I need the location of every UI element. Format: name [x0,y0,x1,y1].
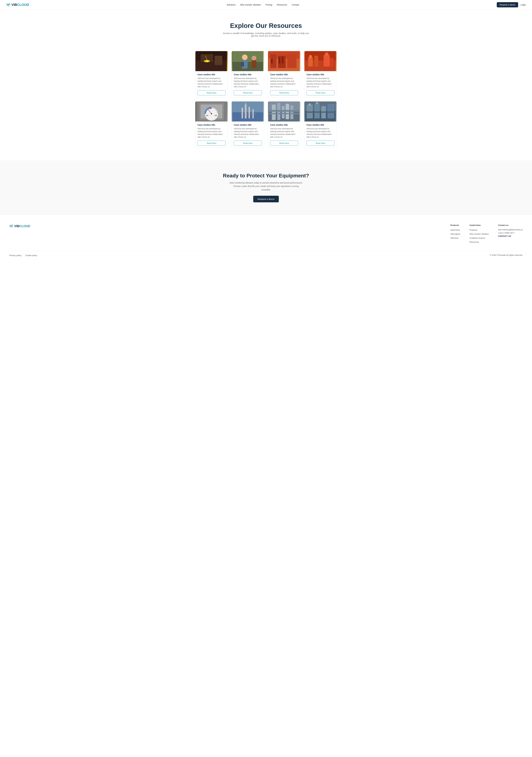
case-study-card-2: Case studies title VibCloud was develope… [231,51,264,98]
footer-useful-links: Useful links Features Why monitor vibrat… [469,224,489,245]
svg-rect-31 [330,58,334,67]
footer-features[interactable]: Features [469,229,477,231]
footer-privacy[interactable]: Privacy policy [9,254,21,257]
hero-subtitle: Access a wealth of knowledge, including … [223,32,309,37]
card-4-read-story[interactable]: Read story [307,90,335,95]
navbar-actions: Request a demo Login [497,2,526,7]
svg-rect-14 [252,60,256,68]
card-3-body: Case studies title VibCloud was develope… [268,71,300,98]
svg-rect-22 [279,57,280,63]
svg-rect-23 [282,56,283,63]
cta-demo-button[interactable]: Request a demo [253,196,279,202]
svg-rect-54 [282,106,285,118]
card-6-read-story[interactable]: Read story [234,140,262,146]
svg-point-13 [252,56,256,60]
footer-useful-heading: Useful links [469,224,489,227]
card-4-image [304,51,337,71]
nav-pricing[interactable]: Pricing [266,4,272,6]
svg-rect-58 [269,113,300,114]
footer-cookie[interactable]: Cookie policy [25,254,37,257]
card-7-title: Case studies title [270,124,298,126]
cta-section: Ready to Protect Your Equipment? Start m… [0,160,532,215]
case-study-card-4: Case studies title VibCloud was develope… [304,51,337,98]
case-study-card-8: Case studies title VibCloud was develope… [304,101,337,148]
svg-rect-45 [242,107,243,118]
card-1-read-story[interactable]: Read story [197,90,225,95]
svg-point-11 [242,54,248,60]
footer-academic[interactable]: Academic license [469,237,485,239]
card-2-read-story[interactable]: Read story [234,90,262,95]
brand-logo[interactable]: VIBCLOUD [6,3,29,7]
footer-logo-icon [9,224,13,228]
card-2-body: Case studies title VibCloud was develope… [232,71,264,98]
footer-resources[interactable]: Resources [469,241,479,243]
card-5-image: 200 300 400 [195,102,228,121]
login-button[interactable]: Login [520,4,526,6]
card-6-title: Case studies title [234,124,262,126]
svg-rect-21 [271,59,273,63]
case-study-card-7: Case studies title VibCloud was develope… [268,101,301,148]
footer-logo: VIBCLOUD [9,224,441,228]
request-demo-button[interactable]: Request a demo [497,2,518,7]
welding-illustration [195,51,228,71]
svg-rect-4 [215,56,222,65]
card-7-read-story[interactable]: Read story [270,140,298,146]
card-5-read-story[interactable]: Read story [197,140,225,146]
footer-email: info+vibcloud@itnnovate.eu [498,228,523,231]
cards-grid: Case studies title VibCloud was develope… [195,51,337,148]
navbar: VIBCLOUD Solutions Why monitor vibration… [0,0,532,10]
card-5-title: Case studies title [197,124,225,126]
card-5-desc: VibCloud was developed by leading techni… [197,127,225,138]
card-3-image [268,51,300,71]
svg-point-28 [309,55,312,58]
footer-bottom: Privacy policy Cookie policy © 2024 ITnn… [9,251,523,257]
nav-solutions[interactable]: Solutions [226,4,236,6]
card-6-body: Case studies title VibCloud was develope… [232,121,264,148]
svg-point-40 [211,113,212,114]
pipes-illustration [268,102,300,121]
card-5-body: Case studies title VibCloud was develope… [195,121,228,148]
svg-rect-57 [269,110,300,112]
svg-rect-46 [249,107,250,118]
card-2-image [232,51,264,71]
card-4-desc: VibCloud was developed by leading techni… [307,77,335,88]
nav-why-monitor[interactable]: Why monitor vibration [240,4,261,6]
cta-title: Ready to Protect Your Equipment? [6,173,526,179]
card-3-read-story[interactable]: Read story [270,90,298,95]
nav-contact[interactable]: Contact [292,4,299,6]
case-study-card-1: Case studies title VibCloud was develope… [195,51,228,98]
svg-text:400: 400 [215,115,217,116]
card-8-read-story[interactable]: Read story [307,140,335,146]
tower-illustration [232,102,264,121]
workers-illustration [232,51,264,71]
gauge-illustration: 200 300 400 [195,102,228,121]
cta-subtitle: Start monitoring vibration today to prev… [229,181,303,192]
footer-contact: Contact us info+vibcloud@itnnovate.eu (+… [498,224,523,245]
card-1-image [195,51,228,71]
case-study-card-5: 200 300 400 Case studies title VibCloud … [195,101,228,148]
svg-rect-43 [245,105,247,118]
footer-vibecheck[interactable]: VibeCheck [450,229,460,231]
case-study-card-6: Case studies title VibCloud was develope… [231,101,264,148]
robots-illustration [304,51,337,71]
svg-point-8 [207,60,208,62]
svg-rect-20 [287,53,296,68]
footer-contact-link[interactable]: CONTACT US [498,235,511,237]
card-2-title: Case studies title [234,73,262,76]
card-1-desc: VibCloud was developed by leading techni… [197,77,225,88]
svg-point-66 [309,103,311,106]
svg-point-67 [316,102,318,104]
card-1-body: Case studies title VibCloud was develope… [195,71,228,98]
plant-illustration [304,102,337,121]
footer-products: Products VibeCheck VibAnalyse VibCloud [450,224,460,245]
vibcloud-logo-icon [6,3,11,7]
factory-illustration [268,51,300,71]
nav-resources[interactable]: Resources [277,4,287,6]
footer-copyright: © 2024 ITnnovate All rights reserved. [490,254,523,257]
footer-legal-links: Privacy policy Cookie policy [9,254,40,257]
footer-phone: (+61) 2 8006 2577 [498,232,523,234]
footer-why-monitor[interactable]: Why monitor vibration [469,233,489,235]
footer-vibanalyse[interactable]: VibAnalyse [450,233,460,235]
footer-vibcloud[interactable]: VibCloud [450,237,458,239]
card-8-image [304,102,337,121]
